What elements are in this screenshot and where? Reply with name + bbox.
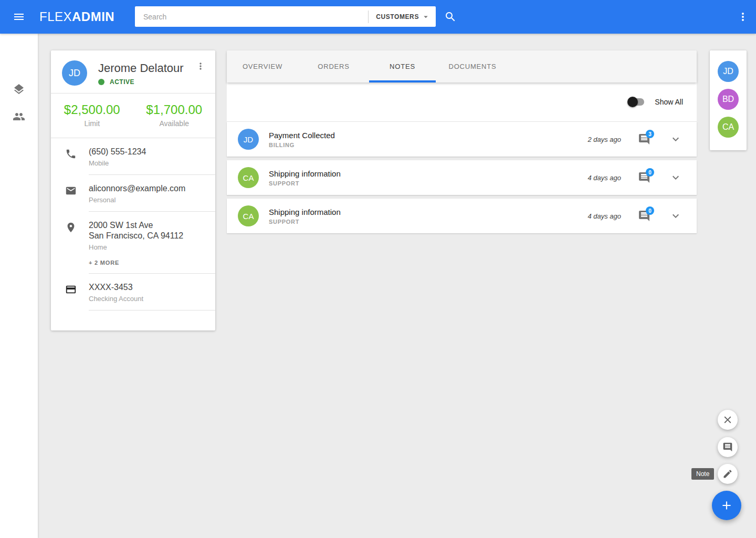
chevron-down-icon[interactable]: [669, 210, 682, 222]
available-amount: $1,700.00: [133, 102, 216, 117]
note-author-avatar: CA: [238, 205, 259, 226]
customer-card-header: JD Jerome Delatour ACTIVE: [51, 50, 215, 93]
menu-icon[interactable]: [13, 11, 25, 23]
customer-name: Jerome Delatour: [98, 60, 203, 75]
limit-label: Limit: [51, 119, 133, 128]
comment-count-badge: 3: [646, 130, 654, 138]
status-label: ACTIVE: [110, 78, 134, 86]
person-avatar[interactable]: BD: [718, 89, 739, 110]
note-text: Payment Collected BILLING: [269, 131, 587, 148]
left-rail: [0, 34, 38, 538]
credit-limit: $2,500.00 Limit: [51, 102, 133, 128]
address-label: Home: [89, 243, 207, 251]
email-label: Personal: [89, 196, 207, 204]
comment-count-badge: 0: [646, 168, 654, 177]
logo-suffix: ADMIN: [72, 9, 114, 24]
account-row: XXXX-3453 Checking Account: [51, 274, 215, 310]
comment-count-badge: 0: [646, 206, 654, 215]
show-all-label: Show All: [655, 98, 683, 106]
logo-prefix: FLEX: [39, 9, 72, 24]
add-button[interactable]: [712, 491, 741, 520]
plus-icon: [720, 499, 733, 512]
note-timestamp: 4 days ago: [587, 212, 621, 220]
note-row[interactable]: CA Shipping information SUPPORT 4 days a…: [227, 199, 697, 233]
tab-bar: OVERVIEW ORDERS NOTES DOCUMENTS: [227, 50, 697, 82]
address-line1: 2000 SW 1st Ave: [89, 220, 207, 231]
note-category: SUPPORT: [269, 180, 587, 187]
search-scope-dropdown[interactable]: CUSTOMERS: [368, 11, 436, 23]
customer-avatar: JD: [62, 60, 87, 86]
related-people-panel: JD BD CA: [710, 50, 747, 150]
search-scope-label: CUSTOMERS: [376, 13, 419, 20]
available-label: Available: [133, 119, 216, 128]
card-bottom-padding: [51, 311, 215, 330]
note-category: SUPPORT: [269, 219, 587, 225]
customer-card-menu-icon[interactable]: [195, 61, 206, 71]
add-comment-button[interactable]: [718, 437, 738, 457]
customer-card: JD Jerome Delatour ACTIVE $2,500.00 Limi…: [51, 50, 215, 330]
chevron-down-icon[interactable]: [669, 171, 682, 184]
search-input[interactable]: [135, 6, 368, 27]
email-icon: [65, 185, 77, 196]
person-avatar[interactable]: JD: [718, 61, 739, 82]
account-value: XXXX-3453: [89, 282, 207, 293]
layers-icon[interactable]: [13, 83, 25, 96]
toggle-knob: [627, 97, 638, 107]
show-more-addresses[interactable]: + 2 MORE: [89, 260, 207, 266]
show-all-toggle[interactable]: [627, 97, 645, 107]
account-label: Checking Account: [89, 295, 207, 303]
tab-overview[interactable]: OVERVIEW: [227, 50, 298, 82]
dropdown-arrow-icon: [421, 12, 430, 22]
overflow-menu-icon[interactable]: [737, 11, 749, 23]
comments-icon[interactable]: 3: [638, 133, 650, 146]
customer-detail-panel: OVERVIEW ORDERS NOTES DOCUMENTS Show All…: [227, 50, 697, 233]
note-text: Shipping information SUPPORT: [269, 169, 587, 187]
note-timestamp: 4 days ago: [587, 174, 621, 182]
app-bar: FLEXADMIN CUSTOMERS: [0, 0, 756, 34]
tab-notes[interactable]: NOTES: [369, 50, 436, 82]
customers-icon[interactable]: [13, 110, 25, 123]
credit-card-icon: [65, 284, 77, 295]
note-row[interactable]: JD Payment Collected BILLING 2 days ago …: [227, 122, 697, 157]
note-title: Shipping information: [269, 208, 587, 216]
note-title: Shipping information: [269, 169, 587, 178]
note-category: BILLING: [269, 142, 587, 148]
close-icon: [722, 414, 733, 426]
note-tooltip: Note: [691, 468, 714, 480]
location-icon: [65, 222, 77, 233]
tab-orders[interactable]: ORDERS: [298, 50, 369, 82]
search-icon[interactable]: [444, 11, 457, 23]
phone-row: (650) 555-1234 Mobile: [51, 138, 215, 174]
search-box: CUSTOMERS: [135, 6, 436, 27]
note-timestamp: 2 days ago: [587, 136, 621, 143]
pencil-icon: [722, 469, 733, 479]
comments-icon[interactable]: 0: [638, 171, 650, 184]
phone-label: Mobile: [89, 159, 207, 167]
email-row: aliconnors@example.com Personal: [51, 175, 215, 211]
notes-filter-row: Show All: [227, 82, 697, 122]
address-row: 2000 SW 1st Ave San Francisco, CA 94112 …: [51, 212, 215, 273]
email-value: aliconnors@example.com: [89, 183, 207, 194]
note-author-avatar: JD: [238, 129, 259, 150]
note-row[interactable]: CA Shipping information SUPPORT 4 days a…: [227, 160, 697, 195]
customer-status: ACTIVE: [98, 78, 203, 86]
credit-available: $1,700.00 Available: [133, 102, 216, 128]
tab-documents[interactable]: DOCUMENTS: [436, 50, 509, 82]
phone-icon: [65, 148, 77, 160]
note-author-avatar: CA: [238, 167, 259, 188]
note-title: Payment Collected: [269, 131, 587, 140]
close-actions-button[interactable]: [718, 410, 738, 430]
phone-value: (650) 555-1234: [89, 147, 207, 157]
comment-icon: [722, 442, 733, 452]
address-line2: San Francisco, CA 94112: [89, 231, 207, 241]
chevron-down-icon[interactable]: [669, 133, 682, 146]
credit-summary: $2,500.00 Limit $1,700.00 Available: [51, 94, 215, 138]
comments-icon[interactable]: 0: [638, 210, 650, 222]
add-note-button[interactable]: [718, 464, 738, 484]
status-dot-icon: [98, 79, 104, 85]
app-logo: FLEXADMIN: [39, 0, 114, 34]
person-avatar[interactable]: CA: [718, 117, 739, 138]
limit-amount: $2,500.00: [51, 102, 133, 117]
note-text: Shipping information SUPPORT: [269, 208, 587, 225]
